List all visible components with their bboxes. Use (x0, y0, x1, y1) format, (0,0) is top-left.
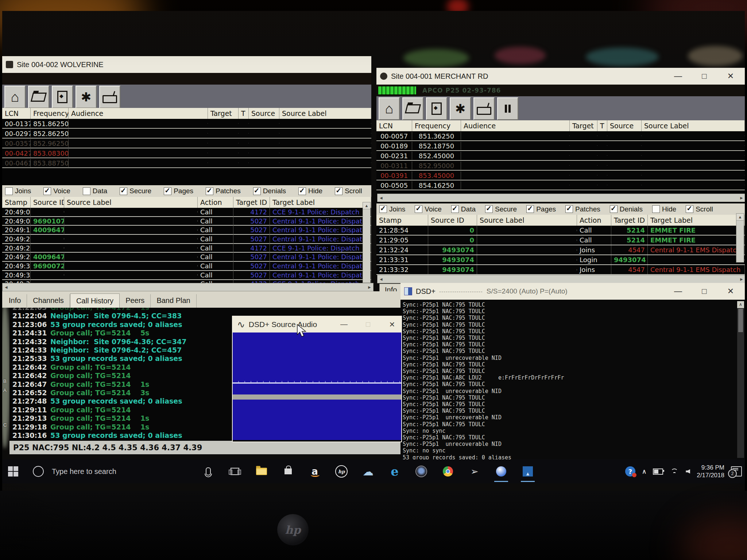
close-icon[interactable]: ✕ (387, 320, 397, 329)
filter-checkbox-patches[interactable]: Patches (565, 205, 600, 213)
scrollbar-thumb[interactable] (738, 309, 743, 332)
lcn-row[interactable]: 00-0505854.16250 (376, 180, 745, 190)
filter-checkbox-denials[interactable]: Denials (610, 205, 643, 213)
home-button[interactable] (379, 97, 400, 120)
close-icon[interactable]: ✕ (726, 287, 735, 296)
scroll-left-icon[interactable]: ◄ (379, 277, 383, 282)
amazon-icon[interactable]: a (306, 462, 324, 481)
maximize-icon[interactable]: □ (700, 71, 709, 81)
radio-button[interactable] (99, 86, 120, 108)
start-button[interactable] (8, 466, 18, 477)
camera-icon[interactable] (412, 462, 430, 481)
wifi-icon[interactable] (670, 468, 679, 475)
call-history-row[interactable]: 20:49:07Call4172CCE 9-1-1 Police: Dispat… (2, 208, 371, 217)
checkbox-checked-icon[interactable] (335, 187, 342, 195)
lcn-row[interactable]: 00-0297852.86250 (2, 129, 371, 139)
help-support-icon[interactable]: ? (625, 466, 635, 477)
wolverine-titlebar[interactable]: Site 004-002 WOLVERINE (2, 56, 371, 73)
lcn-row[interactable]: 00-0427853.08300 (2, 148, 371, 158)
checkbox-checked-icon[interactable] (164, 187, 171, 195)
hp-icon[interactable]: hp (332, 462, 351, 481)
filter-checkbox-denials[interactable]: Denials (253, 187, 286, 195)
action-center-icon[interactable]: 2 (731, 466, 742, 477)
minimize-icon[interactable]: — (339, 320, 349, 329)
checkbox-checked-icon[interactable] (415, 205, 422, 213)
lcn-row[interactable]: 00-0391853.45000 (376, 171, 745, 180)
filter-checkbox-secure[interactable]: Secure (485, 205, 517, 213)
checkbox-checked-icon[interactable] (526, 205, 534, 213)
checkbox-unchecked-icon[interactable] (652, 205, 660, 213)
filter-checkbox-scroll[interactable]: Scroll (686, 205, 713, 213)
cortana-search-icon[interactable] (33, 466, 44, 477)
filter-checkbox-data[interactable]: Data (451, 205, 476, 213)
call-history-row[interactable]: 21:32:249493074Joins4547Central 9-1-1 EM… (376, 245, 745, 255)
home-button[interactable] (4, 86, 26, 108)
pause-button[interactable] (497, 97, 518, 120)
scroll-up-icon[interactable]: ∧ (737, 301, 744, 308)
scroll-right-icon[interactable]: ► (739, 195, 744, 201)
call-history-row[interactable]: 20:49:079690107Call5027Central 9-1-1 Pol… (2, 217, 371, 226)
taskbar-clock[interactable]: 9:36 PM 2/17/2018 (697, 464, 724, 479)
call-history-row[interactable]: 20:49:34Call5027Central 9-1-1 Police: Di… (2, 271, 371, 280)
chrome-icon[interactable] (439, 462, 457, 481)
call-history-row[interactable]: 20:49:124009647Call5027Central 9-1-1 Pol… (2, 226, 371, 235)
filter-checkbox-pages[interactable]: Pages (526, 205, 556, 213)
microphone-icon[interactable] (199, 462, 217, 481)
tray-chevron-icon[interactable]: ∧ (642, 468, 646, 475)
checkbox-checked-icon[interactable] (120, 187, 127, 195)
checkbox-unchecked-icon[interactable] (5, 187, 13, 195)
maximize-icon[interactable]: □ (700, 287, 709, 296)
store-icon[interactable] (279, 462, 297, 481)
tab-call-history[interactable]: Call History (70, 293, 120, 308)
call-history-row[interactable]: 21:28:540Call5214EMMET FIRE (376, 226, 745, 236)
merchant-hscrollbar-bottom[interactable]: ◄ ► (377, 275, 745, 283)
filter-checkbox-joins[interactable]: Joins (379, 205, 405, 213)
filter-checkbox-voice[interactable]: Voice (415, 205, 441, 213)
merchant-titlebar[interactable]: Site 004-001 MERCHANT RD — □ ✕ (376, 68, 745, 85)
desktop-icon-label[interactable]: B (3, 378, 7, 384)
checkbox-checked-icon[interactable] (451, 205, 459, 213)
file-explorer-icon[interactable] (252, 462, 271, 481)
volume-icon[interactable] (686, 469, 690, 474)
close-icon[interactable]: ✕ (726, 71, 735, 81)
call-history-row[interactable]: 21:33:319493074Login9493074 (376, 255, 745, 265)
checkbox-checked-icon[interactable] (565, 205, 573, 213)
open-folder-button[interactable] (28, 86, 49, 108)
unitrunker-icon[interactable] (492, 462, 510, 481)
filter-checkbox-pages[interactable]: Pages (164, 187, 193, 195)
call-history-row[interactable]: 21:33:329493074Joins4547Central 9-1-1 EM… (376, 265, 745, 275)
photos-icon[interactable] (519, 462, 537, 481)
open-folder-button[interactable] (402, 97, 423, 120)
wolverine-hscrollbar[interactable]: ◄ ► (2, 283, 374, 291)
record-button[interactable] (426, 97, 447, 120)
battery-icon[interactable] (653, 468, 663, 475)
scroll-up-icon[interactable]: ▲ (363, 202, 370, 209)
scroll-left-icon[interactable]: ◄ (379, 195, 383, 201)
tab-info[interactable]: Info (3, 294, 27, 308)
radio-button[interactable] (473, 97, 495, 120)
filter-checkbox-voice[interactable]: Voice (43, 187, 70, 195)
maximize-icon[interactable]: □ (363, 320, 373, 329)
merchant-history-scrollbar[interactable]: ▲ (736, 213, 744, 262)
lcn-row[interactable]: 00-0189852.18750 (376, 141, 745, 151)
lcn-row[interactable]: 00-0231852.45000 (376, 151, 745, 161)
taskbar-search[interactable]: Type here to search (52, 467, 116, 476)
call-history-row[interactable]: 20:49:22Call4172CCE 9-1-1 Police: Dispat… (2, 244, 371, 253)
filter-checkbox-hide[interactable]: Hide (652, 205, 676, 213)
checkbox-checked-icon[interactable] (485, 205, 493, 213)
tab-band-plan[interactable]: Band Plan (151, 294, 196, 308)
weather-icon[interactable] (359, 462, 377, 481)
task-view-icon[interactable] (226, 462, 244, 481)
gear-button[interactable] (450, 97, 471, 120)
filter-checkbox-hide[interactable]: Hide (298, 187, 322, 195)
lcn-row[interactable]: 00-0137851.86250 (2, 119, 371, 129)
lcn-row[interactable]: 00-0311852.95000 (376, 161, 745, 171)
wolverine-history-scrollbar[interactable]: ▲ (363, 202, 371, 283)
record-button[interactable] (52, 86, 73, 108)
checkbox-checked-icon[interactable] (253, 187, 261, 195)
checkbox-unchecked-icon[interactable] (83, 187, 90, 195)
checkbox-checked-icon[interactable] (610, 205, 618, 213)
lcn-row[interactable]: 00-0461853.88750 (2, 158, 371, 168)
scroll-right-icon[interactable]: ► (367, 285, 372, 290)
filter-checkbox-scroll[interactable]: Scroll (335, 187, 362, 195)
